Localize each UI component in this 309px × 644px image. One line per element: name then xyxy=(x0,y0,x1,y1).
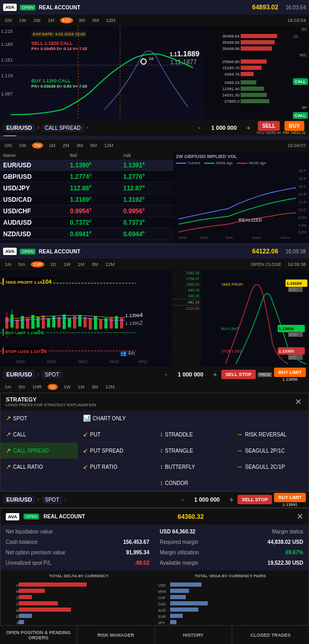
watchlist-row[interactable]: EUR/USD 1.13906 1.13918 xyxy=(0,160,173,171)
tf-2w-1[interactable]: 2W xyxy=(32,17,42,23)
nav-history[interactable]: HISTORY xyxy=(155,626,232,644)
tf-6m-1[interactable]: 6M xyxy=(91,17,101,23)
qty-minus-4[interactable]: - xyxy=(178,495,186,504)
svg-text:GTC: GTC xyxy=(289,356,297,359)
strategy-modal-close[interactable]: ✕ xyxy=(293,397,303,407)
qty-plus-1[interactable]: + xyxy=(244,124,253,132)
sell-stop-btn-4[interactable]: SELL STOP xyxy=(237,495,272,504)
watchlist-row[interactable]: USD/CAD 1.31892 1.31922 xyxy=(0,194,173,205)
tf-5m-3[interactable]: 5m xyxy=(17,261,27,268)
ask-cell: 1.13918 xyxy=(120,160,173,171)
watchlist-row[interactable]: USD/JPY 112.860 112.874 xyxy=(0,183,173,194)
tf-1m-3[interactable]: 1m xyxy=(3,261,13,268)
qty-minus-3[interactable]: - xyxy=(162,370,170,379)
tf-3m-3[interactable]: 3M xyxy=(90,261,100,268)
tf-2m-2[interactable]: 2M xyxy=(61,142,71,149)
tf-1m-2[interactable]: 1M xyxy=(47,142,57,149)
strategy-condor[interactable]: ↕ CONDOR xyxy=(154,475,232,491)
tf-12m-2[interactable]: 12M xyxy=(103,142,115,149)
tf-12m-1[interactable]: 12M xyxy=(105,17,117,23)
cash-bal-value: 156,453.67 xyxy=(123,539,149,545)
tf-1m-4[interactable]: 1m xyxy=(3,384,13,390)
nav-risk-manager[interactable]: RISK MANAGER xyxy=(77,626,154,644)
svg-rect-103 xyxy=(170,614,183,618)
tf-1d-3[interactable]: 1D xyxy=(49,261,58,268)
strategy-put[interactable]: ↙ PUT xyxy=(78,427,155,443)
tf-1hr-3[interactable]: 1HR xyxy=(31,261,44,268)
bid-cell: 1.31892 xyxy=(67,194,120,205)
tf-1hr-4[interactable]: 1HR xyxy=(31,384,43,390)
svg-rect-89 xyxy=(19,620,24,624)
strategy-butterfly[interactable]: ↕ BUTTERFLY xyxy=(154,459,232,475)
tf-3m-2[interactable]: 3M xyxy=(75,142,85,149)
strategy-call-spread[interactable]: ↗ CALL SPREAD xyxy=(1,443,78,459)
buy-button-1[interactable]: BUY xyxy=(284,121,304,131)
watchlist-row[interactable]: GBP/USD 1.27743 1.27760 xyxy=(0,171,173,183)
strategy-call-ratio[interactable]: ↗ CALL RATIO xyxy=(1,459,78,475)
buy-limit-btn-3[interactable]: BUY LIMIT xyxy=(274,368,306,377)
call-btn-bottom-area: CALL xyxy=(205,111,309,113)
sell-button-1[interactable]: SELL xyxy=(258,121,280,131)
sell-stop-btn-3[interactable]: SELL STOP xyxy=(221,370,256,379)
tf-on-1[interactable]: ON xyxy=(3,17,14,23)
tf-1m2-3[interactable]: 1M xyxy=(76,261,86,268)
tf-1m2-4[interactable]: 1M xyxy=(76,384,86,390)
watchlist-row[interactable]: NZD/USD 0.69418 0.69446 xyxy=(0,228,173,240)
strategy-seagull-2c1p[interactable]: ↔ SEAGULL 2C/1P xyxy=(232,459,309,475)
account-close-btn[interactable]: ✕ xyxy=(296,512,303,521)
strategy-risk-reversal[interactable]: ↔ RISK REVERSAL xyxy=(232,427,309,443)
chartonly-icon: 📊 xyxy=(83,415,91,422)
tf-1w-3[interactable]: 1W xyxy=(62,261,73,268)
tf-2w-2[interactable]: 2W xyxy=(32,142,43,149)
watchlist-row[interactable]: USD/CHF 0.99543 0.99562 xyxy=(0,205,173,217)
rcv-label-1: RCV 33255.44 xyxy=(257,131,281,135)
qty-plus-4[interactable]: + xyxy=(227,495,235,504)
nav-closed-trades[interactable]: CLOSED TRADES xyxy=(232,626,309,644)
strategy-strangle[interactable]: ↕ STRANGLE xyxy=(154,443,232,459)
svg-text:TAKE PROFI: TAKE PROFI xyxy=(221,283,243,286)
pair-label-4[interactable]: EUR/USD xyxy=(3,495,35,504)
watchlist-row[interactable]: AUD/USD 0.73722 0.73738 xyxy=(0,217,173,228)
tf-6m-2[interactable]: 6M xyxy=(89,142,99,149)
tf-1d-4[interactable]: 1D xyxy=(47,384,58,390)
tf-62d-1[interactable]: 62D xyxy=(60,17,73,23)
tf-5m-4[interactable]: 5m xyxy=(17,384,27,390)
strategy-put-spread[interactable]: ↙ PUT SPREAD xyxy=(78,443,155,459)
tf-on-2[interactable]: ON xyxy=(3,142,14,149)
strategy-label-1[interactable]: CALL SPREAD xyxy=(42,124,84,132)
buy-limit-label: BUY LIMIT 1.1385s xyxy=(3,329,45,336)
col-ask: Ask xyxy=(120,151,173,160)
tf-3m-4[interactable]: 3M xyxy=(90,384,100,390)
pair-label-1[interactable]: EUR/USD xyxy=(3,124,35,132)
strategy-call[interactable]: ↗ CALL xyxy=(1,427,78,443)
tf-1m-1[interactable]: 1M xyxy=(46,17,56,23)
time-display-1: 16:03:54 xyxy=(286,5,306,10)
panel4-toolbar: EUR/USD ↑ SPOT ↑ - 1 000 000 + SELL STOP… xyxy=(0,492,309,507)
strategy-seagull-2p1c[interactable]: ↔ SEAGULL 2P/1C xyxy=(232,443,309,459)
strangle-icon: ↕ xyxy=(160,447,163,454)
tf-1w-4[interactable]: 1W xyxy=(62,384,73,390)
strategy-chart-only[interactable]: 📊 CHART ONLY xyxy=(78,410,232,427)
nav-open-positions[interactable]: OPEN POSITION & PENDING ORDERS xyxy=(0,626,77,644)
tf-12m-4[interactable]: 12M xyxy=(104,384,116,390)
call-button-bottom[interactable]: CALL xyxy=(293,112,308,119)
strategy-straddle[interactable]: ↕ STRADDLE xyxy=(154,427,232,443)
unrealized-label: Unrealized spot P/L xyxy=(6,560,51,566)
pair-label-3[interactable]: EUR/USD xyxy=(3,370,35,379)
strategy-spot[interactable]: ↗ SPOT xyxy=(1,410,78,427)
tf-12m-3[interactable]: 12M xyxy=(104,261,116,268)
tf-1w-1[interactable]: 1W xyxy=(18,17,28,23)
tf-1w-2[interactable]: 1W xyxy=(18,142,28,149)
call-button-top[interactable]: CALL xyxy=(293,78,308,85)
buy-limit-btn-4[interactable]: BUY LIMIT xyxy=(274,493,306,502)
tf-3m-1[interactable]: 3M xyxy=(77,17,87,23)
qty-minus-1[interactable]: - xyxy=(195,124,204,132)
qty-plus-3[interactable]: + xyxy=(211,370,219,379)
strategy-put-ratio[interactable]: ↙ PUT RATIO xyxy=(78,459,155,475)
strategy-grid: ↗ SPOT 📊 CHART ONLY ↗ CALL ↙ PUT ↕ STRAD… xyxy=(1,410,308,491)
strategy-label-4[interactable]: SPOT xyxy=(42,496,62,504)
open-badge-3: OPEN xyxy=(20,249,36,254)
strategy-label-3[interactable]: SPOT xyxy=(42,371,62,379)
svg-rect-39 xyxy=(47,318,50,327)
timeframe-bar-1: ON 1W 2W 1M 62D 3M 6M 12M 16:03:54 xyxy=(0,15,309,26)
